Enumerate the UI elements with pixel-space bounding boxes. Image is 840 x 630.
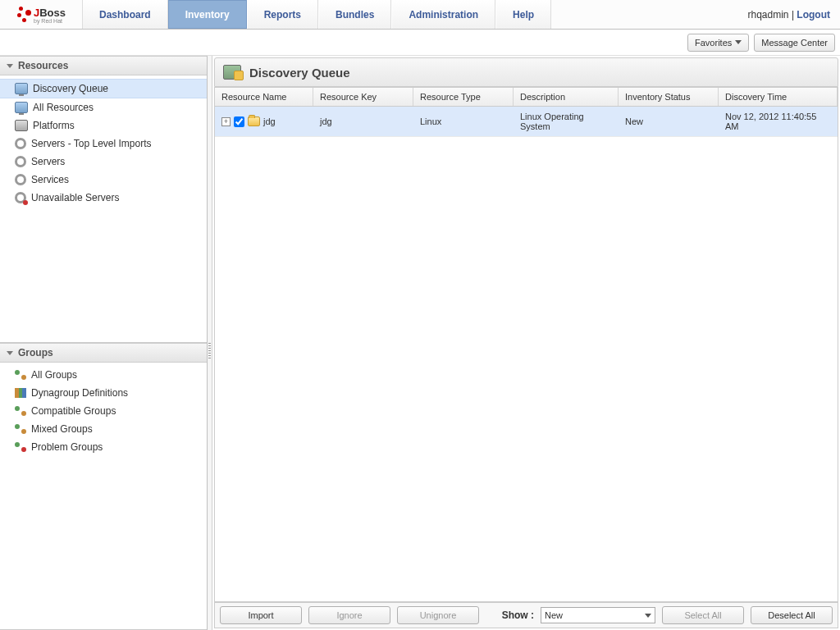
tab-inventory[interactable]: Inventory [168,0,247,29]
group-icon [15,370,26,380]
sidebar: Resources Discovery Queue All Resources … [0,56,208,630]
chevron-down-icon [7,64,13,68]
tab-administration[interactable]: Administration [391,0,495,29]
gear-icon [15,174,26,185]
group-alert-icon [15,442,26,452]
tab-bundles[interactable]: Bundles [318,0,391,29]
logo: JBoss by Red Hat [0,5,82,25]
select-all-button[interactable]: Select All [662,606,744,624]
chevron-down-icon [645,614,651,618]
sidebar-item-servers-top-level[interactable]: Servers - Top Level Imports [0,135,207,153]
deselect-all-button[interactable]: Deselect All [751,606,833,624]
show-select[interactable]: New [541,607,655,623]
toolbar: Favorites Message Center [0,30,840,56]
chevron-down-icon [7,351,13,355]
tab-reports[interactable]: Reports [247,0,318,29]
user-area: rhqadmin | Logout [748,9,840,21]
expand-icon[interactable]: + [221,117,231,126]
sidebar-item-compatible-groups[interactable]: Compatible Groups [0,402,207,420]
sidebar-item-unavailable-servers[interactable]: Unavailable Servers [0,189,207,207]
monitor-icon [15,102,28,113]
sidebar-item-platforms[interactable]: Platforms [0,116,207,135]
col-description[interactable]: Description [514,88,619,106]
group-icon [15,424,26,434]
import-button[interactable]: Import [220,606,302,624]
section-groups-body: All Groups Dynagroup Definitions Compati… [0,363,207,630]
section-groups-header[interactable]: Groups [0,343,207,363]
logo-text: Boss [39,7,66,19]
section-resources-header[interactable]: Resources [0,56,207,75]
gear-icon [15,138,26,149]
table-row[interactable]: + jdg jdg Linux Linux Operating System N… [215,107,838,137]
gear-icon [15,156,26,167]
dynagroup-icon [15,388,26,398]
discovery-grid: Resource Name Resource Key Resource Type… [214,87,838,602]
message-center-button[interactable]: Message Center [754,34,835,52]
logout-link[interactable]: Logout [797,9,830,21]
top-nav: JBoss by Red Hat Dashboard Inventory Rep… [0,0,840,30]
logo-tagline: by Red Hat [34,18,66,24]
footer-toolbar: Import Ignore Unignore Show : New Select… [214,602,838,628]
col-resource-type[interactable]: Resource Type [413,88,514,106]
sidebar-item-all-resources[interactable]: All Resources [0,98,207,116]
monitor-icon [15,83,28,94]
group-icon [15,406,26,416]
sidebar-item-services[interactable]: Services [0,171,207,189]
section-resources-body: Discovery Queue All Resources Platforms … [0,75,207,343]
grid-body[interactable]: + jdg jdg Linux Linux Operating System N… [215,107,838,601]
splitter[interactable] [208,56,212,630]
show-label: Show : [502,609,534,621]
col-resource-name[interactable]: Resource Name [215,88,313,106]
tab-help[interactable]: Help [495,0,551,29]
col-inventory-status[interactable]: Inventory Status [619,88,719,106]
main-content: Discovery Queue Resource Name Resource K… [212,56,840,630]
col-resource-key[interactable]: Resource Key [313,88,413,106]
sidebar-item-problem-groups[interactable]: Problem Groups [0,438,207,456]
unignore-button[interactable]: Unignore [397,606,479,624]
nav-tabs: Dashboard Inventory Reports Bundles Admi… [82,0,551,29]
chevron-down-icon [735,40,742,44]
discovery-queue-icon [223,65,241,80]
sidebar-item-dynagroup[interactable]: Dynagroup Definitions [0,384,207,402]
platform-icon [15,120,28,131]
ignore-button[interactable]: Ignore [308,606,390,624]
tab-dashboard[interactable]: Dashboard [82,0,168,29]
favorites-button[interactable]: Favorites [687,34,749,52]
page-title: Discovery Queue [249,66,350,80]
title-bar: Discovery Queue [214,57,838,87]
username: rhqadmin [748,9,789,21]
sidebar-item-all-groups[interactable]: All Groups [0,366,207,384]
gear-alert-icon [15,192,26,203]
row-checkbox[interactable] [234,116,244,127]
col-discovery-time[interactable]: Discovery Time [719,88,838,106]
sidebar-item-servers[interactable]: Servers [0,153,207,171]
sidebar-item-mixed-groups[interactable]: Mixed Groups [0,420,207,438]
sidebar-item-discovery-queue[interactable]: Discovery Queue [0,79,207,98]
grid-header: Resource Name Resource Key Resource Type… [215,88,838,107]
folder-icon [248,116,260,126]
